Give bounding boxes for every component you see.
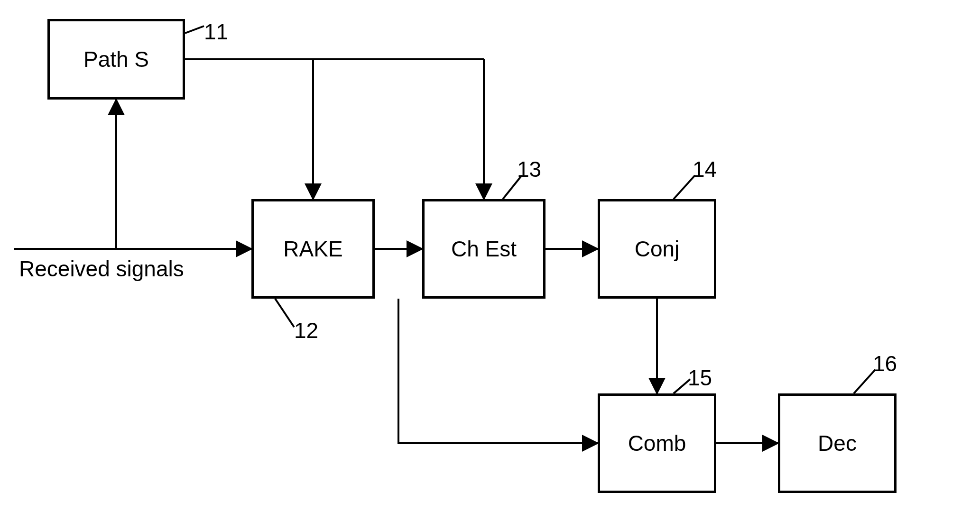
- leader-11: [185, 26, 204, 33]
- leader-16: [854, 370, 875, 393]
- leader-13: [503, 175, 522, 199]
- block-diagram: Path S RAKE Ch Est Conj Comb Dec Receive…: [0, 0, 980, 511]
- leader-15: [674, 379, 690, 393]
- leader-14: [674, 175, 695, 199]
- leader-12: [275, 299, 294, 327]
- wire-rake-comb: [398, 299, 598, 443]
- wires: [0, 0, 980, 511]
